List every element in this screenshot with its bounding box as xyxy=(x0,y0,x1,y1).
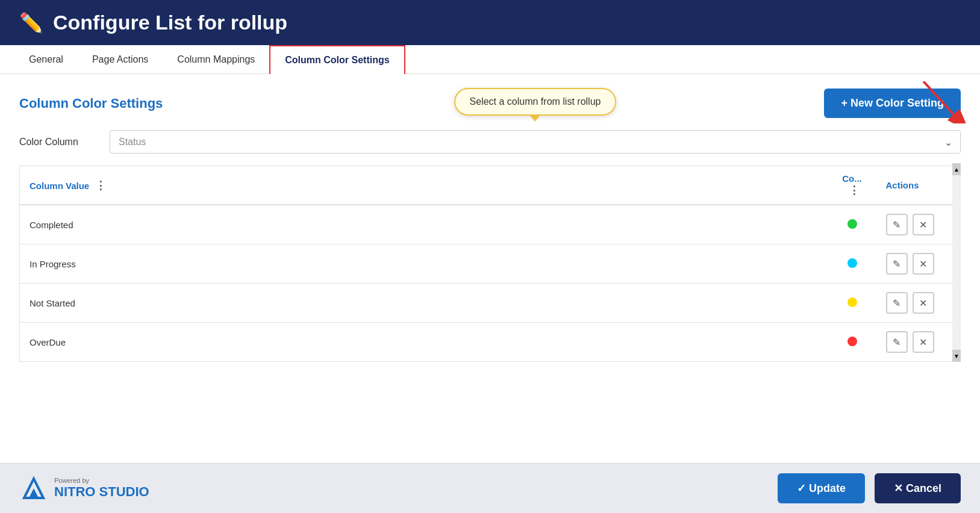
color-column-select[interactable]: Status xyxy=(110,130,961,154)
svg-marker-3 xyxy=(29,488,39,498)
column-value-menu-icon[interactable]: ⋮ xyxy=(95,179,106,191)
column-value-cell: Completed xyxy=(20,205,828,244)
color-dot-cell xyxy=(828,244,876,284)
edit-button[interactable]: ✎ xyxy=(886,292,908,314)
color-column-select-wrapper: Select a column from list rollup Status … xyxy=(110,130,961,154)
actions-header: Actions xyxy=(876,166,961,205)
color-dot-cell xyxy=(828,205,876,244)
scrollbar-track: ▲ ▼ xyxy=(952,163,961,362)
color-column-label: Color Column xyxy=(19,137,98,148)
scroll-up-button[interactable]: ▲ xyxy=(952,163,961,175)
table-header-row: Column Value ⋮ Co... ⋮ Actions xyxy=(20,166,961,205)
color-dot xyxy=(847,337,857,346)
scroll-down-button[interactable]: ▼ xyxy=(952,350,961,362)
column-value-cell: OverDue xyxy=(20,323,828,362)
column-value-header: Column Value ⋮ xyxy=(20,166,828,205)
table-wrapper: Column Value ⋮ Co... ⋮ Actions Completed… xyxy=(19,163,961,362)
color-dot-cell xyxy=(828,284,876,323)
actions-cell: ✎✕ xyxy=(876,323,961,361)
studio-label: STUDIO xyxy=(95,484,149,499)
color-header: Co... ⋮ xyxy=(828,166,876,205)
section-title: Column Color Settings xyxy=(19,96,163,111)
footer-buttons: ✓ Update ✕ Cancel xyxy=(778,473,961,503)
color-dot xyxy=(847,258,857,268)
tab-column-color-settings[interactable]: Column Color Settings xyxy=(269,45,405,74)
color-column-row: Color Column Select a column from list r… xyxy=(19,130,961,154)
nitro-studio-label: NITRO STUDIO xyxy=(54,484,149,500)
table-row: In Progress✎✕ xyxy=(20,244,961,284)
footer: Powered by NITRO STUDIO ✓ Update ✕ Cance… xyxy=(0,463,980,513)
cancel-button[interactable]: ✕ Cancel xyxy=(875,473,961,503)
tab-column-mappings[interactable]: Column Mappings xyxy=(163,46,269,73)
tab-page-actions[interactable]: Page Actions xyxy=(78,46,163,73)
new-color-setting-button[interactable]: + New Color Setting xyxy=(824,89,961,118)
page-title: Configure List for rollup xyxy=(53,11,287,34)
header: ✏️ Configure List for rollup xyxy=(0,0,980,45)
delete-button[interactable]: ✕ xyxy=(913,292,934,314)
edit-button[interactable]: ✎ xyxy=(886,331,908,353)
edit-button[interactable]: ✎ xyxy=(886,253,908,275)
tab-general[interactable]: General xyxy=(14,46,78,73)
tooltip-bubble: Select a column from list rollup xyxy=(454,88,617,116)
color-menu-icon[interactable]: ⋮ xyxy=(849,184,860,196)
color-dot xyxy=(847,219,857,229)
column-value-cell: Not Started xyxy=(20,284,828,323)
edit-button[interactable]: ✎ xyxy=(886,214,908,235)
footer-logo: Powered by NITRO STUDIO xyxy=(19,474,149,503)
delete-button[interactable]: ✕ xyxy=(913,214,934,235)
color-settings-table: Column Value ⋮ Co... ⋮ Actions Completed… xyxy=(19,166,961,362)
actions-cell: ✎✕ xyxy=(876,284,961,322)
color-dot-cell xyxy=(828,323,876,362)
table-row: Completed✎✕ xyxy=(20,205,961,244)
powered-by-label: Powered by xyxy=(54,477,149,484)
table-row: OverDue✎✕ xyxy=(20,323,961,362)
nitro-label: NITRO xyxy=(54,484,95,499)
actions-cell: ✎✕ xyxy=(876,244,961,283)
table-row: Not Started✎✕ xyxy=(20,284,961,323)
edit-icon: ✏️ xyxy=(19,11,43,34)
nitro-studio-logo-icon xyxy=(19,474,48,503)
footer-logo-text: Powered by NITRO STUDIO xyxy=(54,477,149,500)
tab-bar: General Page Actions Column Mappings Col… xyxy=(0,45,980,74)
color-dot xyxy=(847,297,857,307)
actions-cell: ✎✕ xyxy=(876,205,961,244)
update-button[interactable]: ✓ Update xyxy=(778,473,865,503)
main-content: Column Color Settings + New Color Settin… xyxy=(0,74,980,463)
column-value-cell: In Progress xyxy=(20,244,828,284)
delete-button[interactable]: ✕ xyxy=(913,253,934,275)
delete-button[interactable]: ✕ xyxy=(913,331,934,353)
